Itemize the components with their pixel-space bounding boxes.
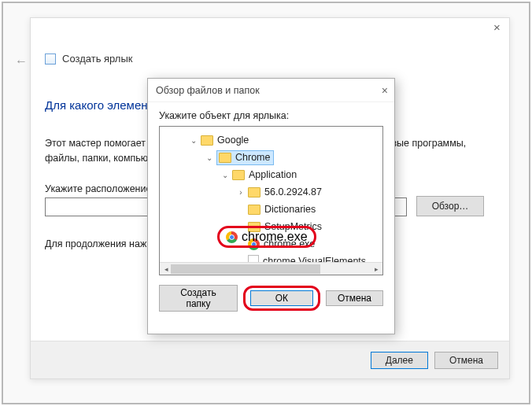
folder-icon bbox=[232, 170, 245, 180]
tree-node-chrome[interactable]: ⌄ Chrome bbox=[160, 149, 382, 166]
ok-button[interactable]: ОК bbox=[250, 290, 313, 306]
chevron-down-icon[interactable]: ⌄ bbox=[205, 153, 213, 162]
tree-label: Chrome bbox=[235, 152, 270, 163]
folder-tree[interactable]: ⌄ Google ⌄ Chrome ⌄ Application › bbox=[159, 126, 383, 275]
next-button[interactable]: Далее bbox=[371, 352, 428, 369]
create-folder-button[interactable]: Создать папку bbox=[159, 285, 238, 312]
dialog-buttons: Создать папку ОК Отмена bbox=[148, 275, 394, 312]
highlight-chrome-exe: chrome.exe bbox=[217, 226, 316, 248]
tree-node-dictionaries[interactable]: Dictionaries bbox=[160, 201, 382, 218]
tree-node-version[interactable]: › 56.0.2924.87 bbox=[160, 183, 382, 201]
tree-label: Dictionaries bbox=[264, 204, 316, 215]
folder-icon bbox=[219, 153, 231, 163]
wizard-footer: Далее Отмена bbox=[31, 341, 509, 378]
browse-dialog: Обзор файлов и папок × Укажите объект дл… bbox=[147, 78, 395, 334]
browse-button[interactable]: Обзор… bbox=[416, 196, 484, 216]
shortcut-icon bbox=[45, 54, 56, 65]
folder-icon bbox=[201, 135, 213, 146]
scroll-right-icon[interactable]: ▸ bbox=[370, 263, 382, 275]
dialog-cancel-button[interactable]: Отмена bbox=[326, 290, 383, 306]
close-icon[interactable]: × bbox=[493, 23, 503, 32]
back-icon[interactable]: ← bbox=[15, 54, 28, 68]
dialog-prompt: Укажите объект для ярлыка: bbox=[148, 102, 394, 126]
tree-node-application[interactable]: ⌄ Application bbox=[160, 166, 382, 183]
tree-node-google[interactable]: ⌄ Google bbox=[160, 131, 382, 149]
dialog-title: Обзор файлов и папок bbox=[156, 85, 260, 96]
chevron-down-icon[interactable]: ⌄ bbox=[190, 136, 198, 145]
tree-label: Application bbox=[249, 169, 297, 180]
highlight-ok: ОК bbox=[243, 286, 320, 311]
close-icon[interactable]: × bbox=[382, 84, 388, 97]
tree-label: 56.0.2924.87 bbox=[264, 186, 322, 197]
chrome-icon bbox=[226, 231, 238, 243]
window-frame: × ← Создать ярлык Для какого элемента ну… bbox=[2, 2, 530, 404]
chevron-right-icon[interactable]: › bbox=[237, 188, 245, 197]
wizard-title: Создать ярлык bbox=[62, 53, 132, 65]
dialog-titlebar: Обзор файлов и папок × bbox=[148, 79, 394, 102]
tree-label: Google bbox=[217, 135, 249, 146]
folder-icon bbox=[248, 187, 260, 197]
wizard-title-row: Создать ярлык bbox=[45, 53, 132, 65]
scroll-thumb[interactable] bbox=[171, 264, 320, 274]
cancel-button[interactable]: Отмена bbox=[434, 352, 498, 369]
horizontal-scrollbar[interactable]: ◂ ▸ bbox=[160, 262, 382, 275]
folder-icon bbox=[248, 205, 260, 215]
chevron-down-icon[interactable]: ⌄ bbox=[221, 171, 229, 179]
